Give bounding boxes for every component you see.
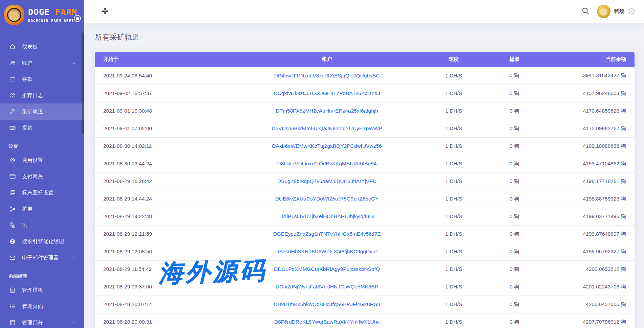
account-link[interactable]: DP4hwJFPNxnbV3xcRtXiESjqQeRQUgbsSC xyxy=(274,73,380,78)
cell-account: DGEEypuZnqZsg1hTN7vYhHGx5mE4v56J7E xyxy=(235,225,418,243)
cell-withdrawn: 0 狗 xyxy=(489,172,540,190)
cell-withdrawn: 0 狗 xyxy=(489,85,540,102)
cell-account: D8tjkk7VDLkxnZkQdBvXKqMSUtAthfBe94 xyxy=(235,155,418,172)
cell-speed: 1 DH/S xyxy=(418,313,489,328)
cell-account: D8F6rdDReKL8YwqtSawRaXfr4YnHwX1Uhc xyxy=(235,313,418,328)
sidebar-item-deposits[interactable]: 存款 xyxy=(0,71,84,87)
sidebar-item-email-manager[interactable]: 电子邮件管理器 xyxy=(0,250,84,266)
cell-balance: 4170.64859628 狗 xyxy=(540,102,635,120)
cell-withdrawn: 0 狗 xyxy=(489,225,540,243)
cell-withdrawn: 0 狗 xyxy=(489,120,540,137)
account-link[interactable]: DS5k6HbSKHT8D6WZ6iXt48fjhKC9qgDyuT xyxy=(275,249,379,254)
cell-account: DDCLPqXMMGCurKbRfAgy9PujxsskbNSofQ xyxy=(235,260,418,278)
account-link[interactable]: DAiP1sLfVDZjbZeiHDoHAFTJbjkyiqduLy xyxy=(279,213,374,219)
sidebar-item-label: 采矿轨道 xyxy=(22,108,43,115)
topbar: 狗场 xyxy=(84,0,644,23)
cell-balance: 4207.70796912 狗 xyxy=(540,313,635,328)
account-link[interactable]: DCgktvHk9zC6HSXJGE4L7PdBA7x6KcDYdJ xyxy=(274,90,380,96)
money-check-icon xyxy=(9,124,16,132)
sidebar-item-payment-gateways[interactable]: 支付网关 xyxy=(0,168,84,185)
sections-icon xyxy=(9,319,16,326)
account-link[interactable]: D5VCsnuBkrMm6UrQaJN92hpiYUUyPTpWWP xyxy=(272,125,382,131)
table-row: 2021-08-29 12:08:50DS5k6HbSKHT8D6WZ6iXt4… xyxy=(95,243,635,260)
brand-logo-doge-miner-icon xyxy=(4,5,24,25)
minimize-header-button[interactable] xyxy=(101,7,109,16)
account-link[interactable]: DDCLPqXMMGCurKbRfAgy9PujxsskbNSofQ xyxy=(274,266,380,272)
cell-account: DSugZ8brkqpQ7v6baMj6BUH3JttArYjVFD xyxy=(235,172,418,190)
account-link[interactable]: DSugZ8brkqpQ7v6baMj6BUH3JttArYjVFD xyxy=(277,178,377,184)
cell-speed: 1 DH/S xyxy=(418,67,489,85)
sidebar-item-manage-templates[interactable]: 管理模板 xyxy=(0,282,84,298)
mining-tracks-card: 开始于帐户速度提取当前余额 2021-09-24 08:54:40DP4hwJF… xyxy=(95,52,635,328)
chevron-down-circle-icon xyxy=(628,8,635,15)
sidebar-scrollbar[interactable] xyxy=(82,32,84,134)
table-body: 2021-09-24 08:54:40DP4hwJFPNxnbV3xcRtXiE… xyxy=(95,67,635,328)
table-head: 开始于帐户速度提取当前余额 xyxy=(95,52,635,67)
users-icon xyxy=(9,59,16,67)
table-row: 2021-09-24 08:54:40DP4hwJFPNxnbV3xcRtXiE… xyxy=(95,67,635,85)
cell-balance: 4189.18088686 狗 xyxy=(540,137,635,155)
cell-speed: 1 DH/S xyxy=(418,155,489,172)
cell-speed: 1 DH/S xyxy=(418,296,489,313)
sidebar-item-extensions[interactable]: 扩展 xyxy=(0,201,84,217)
sidebar-item-accounts[interactable]: 账户 xyxy=(0,55,84,71)
account-link[interactable]: DCtx2dNjWvnjFaf3VciJHNJGjWQe5MK6BP xyxy=(276,284,378,289)
account-link[interactable]: DHxu1mKx5hkwQoBHqJfqS6EPJFi4G2uRSu xyxy=(274,301,380,307)
cell-withdrawn: 0 狗 xyxy=(489,190,540,208)
table-header-row: 开始于帐户速度提取当前余额 xyxy=(95,52,635,67)
account-link[interactable]: DUE8ivZAUaCsYDoWf25oJ75G9crtZ6qcGY xyxy=(275,196,379,202)
sidebar-item-seo-manager[interactable]: 搜索引擎优化经理 xyxy=(0,233,84,250)
brand: DOGE FARM DOGECOIN FARM DEFI xyxy=(0,0,84,30)
cell-withdrawn: 0 狗 xyxy=(489,313,540,328)
user-group-icon xyxy=(9,92,16,99)
cell-started-at: 2021-08-29 11:54:49 xyxy=(95,260,235,278)
chevron-down-icon xyxy=(71,61,77,66)
cell-withdrawn: 0 狗 xyxy=(489,137,540,155)
sidebar-item-mining-tracks[interactable]: 采矿轨道 xyxy=(0,103,84,120)
envelope-icon xyxy=(9,254,16,261)
cell-speed: 1 DH/S xyxy=(418,172,489,190)
sidebar-item-label: 推荐日志 xyxy=(22,92,43,99)
account-link[interactable]: DTm58FX8zMH2cAuHmrERz4a25xf6afghjh xyxy=(276,108,378,114)
account-link[interactable]: DGEEypuZnqZsg1hTN7vYhHGx5mE4v56J7E xyxy=(273,231,381,237)
cell-speed: 1 DH/S xyxy=(418,260,489,278)
brand-title-primary: DOGE xyxy=(28,7,50,17)
chevron-down-icon xyxy=(71,320,77,325)
cell-started-at: 2021-08-28 20:00:31 xyxy=(95,313,235,328)
brand-subtitle: DOGECOIN FARM DEFI xyxy=(28,19,77,23)
sidebar-item-withdrawals[interactable]: 提款 xyxy=(0,120,84,136)
sidebar-collapse-toggle[interactable] xyxy=(74,15,81,22)
sidebar-item-dashboard[interactable]: 仪表板 xyxy=(0,39,84,55)
sidebar-item-language[interactable]: 语 xyxy=(0,217,84,233)
account-link[interactable]: D8tjkk7VDLkxnZkQdBvXKqMSUtAthfBe94 xyxy=(277,161,377,166)
sidebar-item-manage-pages[interactable]: 管理页面 xyxy=(0,298,84,314)
sidebar-item-label: 支付网关 xyxy=(22,173,43,180)
search-button[interactable] xyxy=(581,7,589,16)
sidebar-item-label: 管理部分 xyxy=(22,319,43,326)
user-menu[interactable]: 狗场 xyxy=(597,5,635,18)
sidebar-item-label: 存款 xyxy=(22,76,33,83)
cell-account: DP4hwJFPNxnbV3xcRtXiESjqQeRQUgbsSC xyxy=(235,67,418,85)
cell-started-at: 2021-08-28 20:07:14 xyxy=(95,296,235,313)
user-avatar xyxy=(597,5,610,18)
column-header: 当前余额 xyxy=(540,52,635,67)
sidebar-item-logo-icon-settings[interactable]: 标志图标设置 xyxy=(0,185,84,201)
sidebar-item-referral-logs[interactable]: 推荐日志 xyxy=(0,87,84,103)
table-row: 2021-08-29 16:26:42DSugZ8brkqpQ7v6baMj6B… xyxy=(95,172,635,190)
account-link[interactable]: D8F6rdDReKL8YwqtSawRaXfr4YnHwX1Uhc xyxy=(274,319,380,325)
sidebar-item-manage-sections[interactable]: 管理部分 xyxy=(0,314,84,328)
globe-icon xyxy=(9,238,16,245)
cell-started-at: 2021-08-29 09:37:00 xyxy=(95,278,235,296)
cell-started-at: 2021-09-02 16:57:37 xyxy=(95,85,235,102)
home-icon xyxy=(9,43,16,50)
table-row: 2021-08-30 03:44:24D8tjkk7VDLkxnZkQdBvXK… xyxy=(95,155,635,172)
cell-account: D5VCsnuBkrMm6UrQaJN92hpiYUUyPTpWWP xyxy=(235,120,418,137)
table-row: 2021-08-29 09:37:00DCtx2dNjWvnjFaf3VciJH… xyxy=(95,278,635,296)
account-link[interactable]: DAxb6eWEMwKKeTuj2gkBQY2PCdwfUVwz56 xyxy=(272,143,382,149)
sidebar-item-label: 扩展 xyxy=(22,206,33,213)
cell-started-at: 2021-08-30 03:44:24 xyxy=(95,155,235,172)
column-header: 开始于 xyxy=(95,52,235,67)
cell-balance: 4193.47104862 狗 xyxy=(540,155,635,172)
sidebar-item-general-settings[interactable]: 通用设置 xyxy=(0,152,84,168)
table-row: 2021-08-29 12:21:59DGEEypuZnqZsg1hTN7vYh… xyxy=(95,225,635,243)
